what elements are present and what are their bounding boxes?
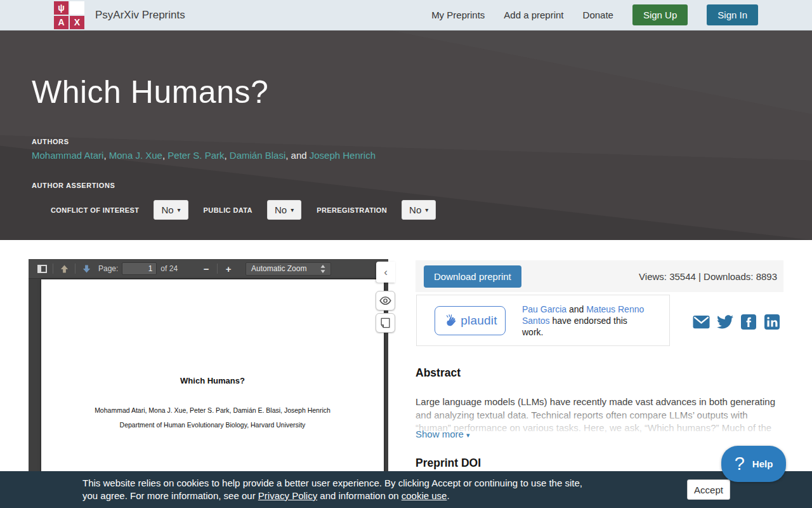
share-email-button[interactable] xyxy=(693,313,710,330)
plus-icon: + xyxy=(226,264,232,274)
download-preprint-button[interactable]: Download preprint xyxy=(424,265,521,288)
authors-label: AUTHORS xyxy=(32,138,812,145)
sidebar-toggle-button[interactable] xyxy=(34,261,50,277)
show-more-link[interactable]: Show more ▾ xyxy=(416,429,470,439)
author-link[interactable]: Peter S. Park xyxy=(167,150,224,161)
select-arrows-icon xyxy=(320,265,325,273)
note-icon xyxy=(379,317,391,329)
toolbar-divider xyxy=(53,264,53,274)
share-facebook-button[interactable] xyxy=(740,313,757,330)
zoom-in-button[interactable]: + xyxy=(220,261,237,277)
author-link[interactable]: Mona J. Xue xyxy=(109,150,162,161)
caret-down-icon: ▾ xyxy=(425,206,428,213)
logo-x-square: X xyxy=(70,16,84,29)
linkedin-icon xyxy=(764,314,780,330)
endorsement-connector: and xyxy=(566,304,586,314)
author-assertions-label: AUTHOR ASSERTIONS xyxy=(32,182,812,189)
preregistration-label: PREREGISTRATION xyxy=(317,206,387,214)
nav-donate[interactable]: Donate xyxy=(583,10,613,20)
cookie-text-middle: and information on xyxy=(317,490,402,501)
public-data-label: PUBLIC DATA xyxy=(204,206,252,214)
zoom-level-value: Automatic Zoom xyxy=(251,264,306,273)
brand-home-link[interactable]: ψ A X PsyArXiv Preprints xyxy=(54,1,185,29)
new-annotation-button[interactable] xyxy=(376,313,395,333)
author-link[interactable]: Damián Blasi xyxy=(230,150,285,161)
plaudit-endorse-button[interactable]: plaudit xyxy=(435,306,506,335)
endorser-link[interactable]: Pau Garcia xyxy=(522,304,566,314)
public-data-dropdown[interactable]: No ▾ xyxy=(267,200,301,220)
preprint-title: Which Humans? xyxy=(32,74,812,110)
cookie-text-end: . xyxy=(447,490,449,501)
views-downloads-counter: Views: 35544 | Downloads: 8893 xyxy=(639,271,777,282)
conflict-of-interest-label: CONFLICT OF INTEREST xyxy=(51,206,139,214)
author-separator: , xyxy=(103,150,108,161)
cookie-use-link[interactable]: cookie use xyxy=(402,490,447,501)
conflict-of-interest-dropdown[interactable]: No ▾ xyxy=(154,200,188,220)
pdf-paper-title: Which Humans? xyxy=(41,376,384,385)
author-separator: , xyxy=(225,150,230,161)
show-more-label: Show more xyxy=(416,429,464,439)
minus-icon: − xyxy=(204,264,209,274)
next-page-button[interactable] xyxy=(78,261,95,277)
twitter-icon xyxy=(717,315,733,329)
pdf-toolbar: Page: of 24 − + Automatic Zoom xyxy=(29,259,388,279)
page-count: of 24 xyxy=(160,264,178,273)
dropdown-value: No xyxy=(409,204,421,215)
author-separator: , and xyxy=(285,150,310,161)
arrow-down-icon xyxy=(82,264,91,274)
question-mark-icon: ? xyxy=(735,453,745,474)
privacy-policy-link[interactable]: Privacy Policy xyxy=(258,490,317,501)
nav-add-a-preprint[interactable]: Add a preprint xyxy=(504,10,563,20)
plaudit-wordmark: plaudit xyxy=(461,314,497,328)
toolbar-divider xyxy=(75,264,75,274)
sign-in-button[interactable]: Sign In xyxy=(707,4,758,25)
author-link[interactable]: Joseph Henrich xyxy=(310,150,376,161)
top-navbar: ψ A X PsyArXiv Preprints My Preprints Ad… xyxy=(0,0,812,30)
accept-cookies-button[interactable]: Accept xyxy=(687,479,730,500)
endorsement-text: Pau Garcia and Mateus Renno Santos have … xyxy=(522,304,649,338)
pdf-paper-affiliation: Department of Human Evolutionary Biology… xyxy=(41,421,384,429)
help-button[interactable]: ? Help xyxy=(721,446,786,482)
caret-down-icon: ▾ xyxy=(291,206,294,213)
previous-page-button[interactable] xyxy=(56,261,72,277)
nav-my-preprints[interactable]: My Preprints xyxy=(431,10,485,20)
caret-down-icon: ▾ xyxy=(466,431,470,439)
zoom-out-button[interactable]: − xyxy=(198,261,214,277)
page-label: Page: xyxy=(98,264,118,273)
download-stats-bar: Download preprint Views: 35544 | Downloa… xyxy=(416,260,783,292)
zoom-level-select[interactable]: Automatic Zoom xyxy=(246,262,331,276)
preregistration-dropdown[interactable]: No ▾ xyxy=(402,200,436,220)
page-number-input[interactable] xyxy=(122,262,157,275)
cookie-banner: This website relies on cookies to help p… xyxy=(0,471,812,508)
share-twitter-button[interactable] xyxy=(716,313,733,330)
help-label: Help xyxy=(752,458,773,469)
arrow-up-icon xyxy=(60,264,69,274)
highlights-visibility-button[interactable] xyxy=(376,291,395,311)
abstract-fade-overlay xyxy=(416,396,783,436)
logo-blank-square xyxy=(70,1,84,15)
cookie-banner-text: This website relies on cookies to help p… xyxy=(82,477,596,502)
annotation-sidebar-collapse-button[interactable]: ‹ xyxy=(376,262,395,283)
email-icon xyxy=(693,315,710,329)
authors-line: Mohammad Atari, Mona J. Xue, Peter S. Pa… xyxy=(32,150,812,161)
logo-a-square: A xyxy=(54,16,69,29)
eye-icon xyxy=(379,294,392,307)
psyarxiv-logo-icon: ψ A X xyxy=(54,1,84,29)
abstract-container: Large language models (LLMs) have recent… xyxy=(416,396,783,436)
author-assertions-row: CONFLICT OF INTEREST No ▾ PUBLIC DATA No… xyxy=(51,200,812,220)
author-link[interactable]: Mohammad Atari xyxy=(32,150,103,161)
psyarxiv-preprint-page: ψ A X PsyArXiv Preprints My Preprints Ad… xyxy=(0,0,812,508)
sidebar-toggle-icon xyxy=(37,265,47,273)
logo-psi-square: ψ xyxy=(54,1,69,15)
preprint-doi-heading: Preprint DOI xyxy=(416,457,481,470)
share-linkedin-button[interactable] xyxy=(763,313,780,330)
navbar-links: My Preprints Add a preprint Donate Sign … xyxy=(431,4,758,25)
facebook-icon xyxy=(741,314,756,330)
clapping-hands-icon xyxy=(443,313,458,328)
dropdown-value: No xyxy=(275,204,287,215)
chevron-left-icon: ‹ xyxy=(384,266,388,279)
abstract-heading: Abstract xyxy=(416,366,461,380)
sign-up-button[interactable]: Sign Up xyxy=(632,4,688,25)
share-buttons xyxy=(693,313,780,330)
caret-down-icon: ▾ xyxy=(178,206,181,213)
